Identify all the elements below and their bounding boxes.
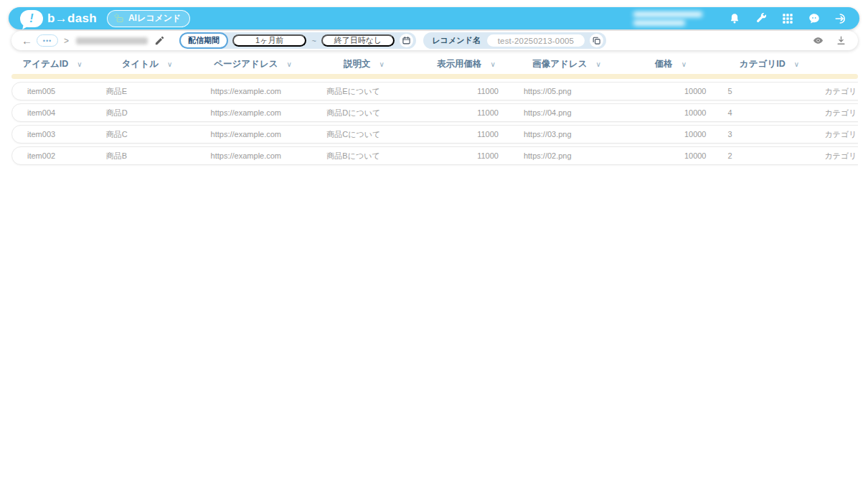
redacted-text: [633, 11, 702, 17]
table-row[interactable]: item003商品Chttps://example.com商品Cについて1100…: [11, 125, 858, 144]
back-arrow-icon[interactable]: ←: [20, 35, 34, 46]
table-cell: カテゴリ: [821, 129, 858, 140]
column-header-label: タイトル: [122, 58, 159, 70]
table-cell: 5: [717, 87, 821, 95]
items-table: アイテムID∨タイトル∨ページアドレス∨説明文∨表示用価格∨画像アドレス∨価格∨…: [11, 50, 858, 168]
end-date-button[interactable]: 終了日時なし: [321, 34, 395, 47]
table-cell: item003: [12, 130, 94, 139]
brand-logo[interactable]: ! b→dash: [20, 10, 97, 27]
chevron-down-icon[interactable]: ∨: [77, 60, 82, 68]
recommend-name-value[interactable]: test-20250213-0005: [487, 34, 585, 47]
table-cell: https://example.com: [202, 130, 306, 139]
table-cell: 商品Dについて: [305, 108, 423, 118]
table-row[interactable]: item004商品Dhttps://example.com商品Dについて1100…: [11, 103, 858, 122]
preview-eye-icon[interactable]: [811, 34, 825, 48]
table-cell: 10000: [624, 108, 717, 117]
chevron-down-icon[interactable]: ∨: [379, 60, 385, 68]
column-header-label: アイテムID: [23, 58, 69, 70]
edit-pencil-icon[interactable]: [152, 34, 166, 48]
column-header[interactable]: アイテムID∨: [11, 58, 93, 70]
table-cell: item004: [12, 108, 94, 117]
column-header-label: 画像アドレス: [532, 58, 587, 70]
notifications-bell-icon[interactable]: [727, 11, 742, 26]
table-cell: 11000: [423, 87, 509, 95]
table-cell: 11000: [423, 151, 509, 160]
copy-clipboard-icon[interactable]: [590, 34, 603, 47]
nav-label: AIレコメンド: [128, 12, 181, 24]
redacted-text: [633, 20, 685, 26]
chevron-down-icon[interactable]: ∨: [595, 60, 600, 68]
table-cell: 商品Bについて: [305, 151, 423, 161]
table-cell: 商品D: [94, 108, 202, 118]
table-cell: https://02.png: [509, 151, 624, 160]
table-cell: https://03.png: [509, 130, 624, 139]
table-cell: カテゴリ: [821, 86, 858, 97]
chevron-down-icon[interactable]: ∨: [167, 60, 172, 68]
breadcrumb-separator: >: [64, 36, 69, 46]
redacted-account-name: [633, 11, 702, 26]
table-cell: item002: [12, 151, 94, 160]
column-header[interactable]: タイトル∨: [93, 58, 201, 70]
column-header-label: 説明文: [344, 58, 371, 70]
chevron-down-icon[interactable]: ∨: [491, 60, 496, 68]
table-cell: 商品Eについて: [305, 86, 423, 97]
table-cell: 4: [717, 108, 821, 117]
table-cell: 商品Cについて: [305, 129, 423, 140]
table-cell: 11000: [423, 108, 509, 117]
table-cell: 10000: [624, 87, 717, 95]
logout-icon[interactable]: [834, 11, 848, 26]
table-row[interactable]: item002商品Bhttps://example.com商品Bについて1100…: [11, 146, 858, 165]
brand-name: b→dash: [47, 11, 97, 26]
table-cell: 商品E: [94, 86, 202, 97]
robot-gear-icon: [113, 13, 124, 24]
settings-wrench-icon[interactable]: [754, 11, 768, 26]
start-date-button[interactable]: 1ヶ月前: [232, 34, 306, 47]
date-range-tilde: ~: [311, 37, 316, 45]
column-header[interactable]: カテゴリID∨: [717, 58, 821, 70]
recommend-name-label: レコメンド名: [432, 35, 480, 46]
nav-ai-recommend[interactable]: AIレコメンド: [107, 10, 190, 27]
table-cell: https://04.png: [509, 108, 624, 117]
column-header[interactable]: 画像アドレス∨: [509, 58, 624, 70]
column-header[interactable]: 価格∨: [624, 58, 717, 70]
calendar-icon[interactable]: [400, 34, 413, 47]
exclamation-mark: !: [29, 13, 33, 24]
table-cell: 10000: [624, 130, 717, 139]
app-header: ! b→dash AIレコメンド: [9, 7, 859, 29]
table-cell: item005: [12, 87, 94, 95]
support-chat-bubble-icon[interactable]: [807, 11, 821, 26]
table-cell: https://example.com: [202, 87, 306, 95]
column-header[interactable]: 説明文∨: [305, 58, 423, 70]
table-cell: カテゴリ: [821, 151, 858, 161]
download-icon[interactable]: [834, 34, 848, 48]
table-cell: https://example.com: [202, 151, 306, 160]
table-cell: カテゴリ: [821, 108, 858, 118]
apps-grid-icon[interactable]: [780, 11, 795, 26]
chevron-down-icon[interactable]: ∨: [286, 60, 291, 68]
toolbar: ← ••• > 配信期間 1ヶ月前 ~ 終了日時なし レコメンド名 test-2…: [11, 31, 858, 50]
table-row[interactable]: item005商品Ehttps://example.com商品Eについて1100…: [11, 82, 858, 100]
table-cell: https://example.com: [202, 108, 306, 117]
recommend-name-group: レコメンド名 test-20250213-0005: [423, 32, 606, 49]
speech-bubble-logo-icon: !: [20, 10, 43, 27]
table-cell: 2: [717, 151, 821, 160]
table-body: item005商品Ehttps://example.com商品Eについて1100…: [11, 82, 858, 168]
column-header-label: 価格: [655, 58, 673, 70]
column-header-label: カテゴリID: [740, 58, 786, 70]
chevron-down-icon[interactable]: ∨: [794, 60, 799, 68]
column-header[interactable]: ページアドレス∨: [201, 58, 305, 70]
column-header-label: ページアドレス: [214, 58, 278, 70]
chevron-down-icon[interactable]: ∨: [681, 60, 687, 68]
column-header[interactable]: 表示用価格∨: [423, 58, 509, 70]
table-cell: 商品C: [94, 129, 202, 140]
table-cell: 3: [717, 130, 821, 139]
table-cell: https://05.png: [509, 87, 624, 95]
delivery-period-group: 配信期間 1ヶ月前 ~ 終了日時なし: [179, 32, 416, 49]
table-cell: 10000: [624, 151, 717, 160]
table-cell: 商品B: [94, 151, 202, 161]
table-header-row: アイテムID∨タイトル∨ページアドレス∨説明文∨表示用価格∨画像アドレス∨価格∨…: [11, 56, 858, 72]
more-menu-button[interactable]: •••: [37, 34, 58, 47]
column-header-label: 表示用価格: [437, 58, 482, 70]
redacted-breadcrumb-title: [76, 37, 148, 44]
delivery-period-button[interactable]: 配信期間: [179, 32, 228, 49]
